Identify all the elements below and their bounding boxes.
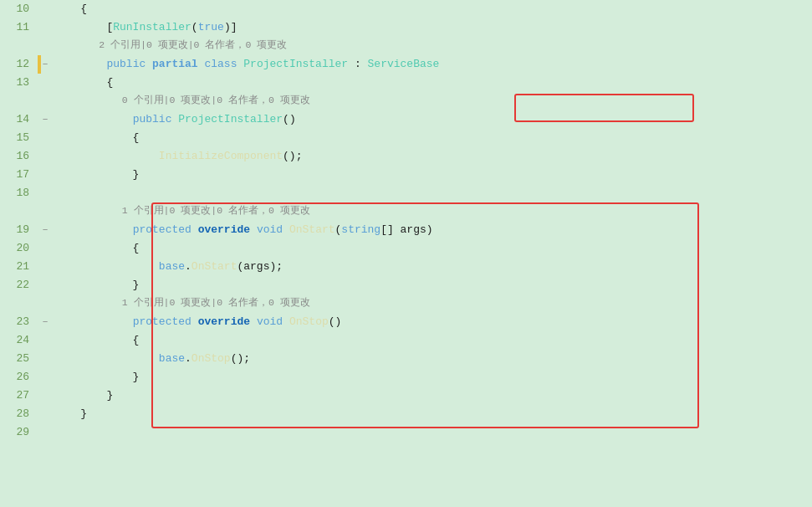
code-line-22: 22 } bbox=[0, 276, 812, 294]
code-line-11: 11 [RunInstaller(true)] bbox=[0, 18, 812, 37]
meta-text: 1 个引用|0 项更改|0 名作者，0 项更改 bbox=[53, 202, 812, 219]
line-number: 19 bbox=[0, 221, 38, 239]
line-number: 23 bbox=[0, 313, 38, 331]
line-number: 10 bbox=[0, 0, 38, 18]
meta-line-4: 1 个引用|0 项更改|0 名作者，0 项更改 bbox=[0, 294, 812, 313]
line-number: 12 bbox=[0, 55, 38, 74]
code-text: } bbox=[53, 166, 812, 184]
code-text: } bbox=[53, 368, 812, 387]
line-number: 24 bbox=[0, 331, 38, 350]
code-text bbox=[53, 423, 812, 442]
code-line-15: 15 { bbox=[0, 129, 812, 147]
code-text: public ProjectInstaller() bbox=[53, 110, 812, 129]
line-number: 26 bbox=[0, 368, 38, 387]
code-line-27: 27 } bbox=[0, 387, 812, 405]
code-editor: 10 { 11 [RunInstaller(true)] 2 个引用|0 项更改… bbox=[0, 0, 812, 507]
code-text: protected override void OnStart(string[]… bbox=[53, 221, 812, 239]
code-text: { bbox=[53, 331, 812, 350]
code-line-28: 28 } bbox=[0, 405, 812, 423]
line-number: 16 bbox=[0, 147, 38, 166]
code-line-14: 14 − public ProjectInstaller() bbox=[0, 110, 812, 129]
meta-line-2: 0 个引用|0 项更改|0 名作者，0 项更改 bbox=[0, 92, 812, 110]
code-line-23: 23 − protected override void OnStop() bbox=[0, 313, 812, 331]
code-text: base.OnStart(args); bbox=[53, 258, 812, 276]
code-line-16: 16 InitializeComponent(); bbox=[0, 147, 812, 166]
line-number: 28 bbox=[0, 405, 38, 423]
code-line-26: 26 } bbox=[0, 368, 812, 387]
line-number: 17 bbox=[0, 166, 38, 184]
line-number: 15 bbox=[0, 129, 38, 147]
line-number: 14 bbox=[0, 110, 38, 129]
code-line-13: 13 { bbox=[0, 74, 812, 92]
code-text: { bbox=[53, 0, 812, 18]
line-number: 13 bbox=[0, 74, 38, 92]
meta-text: 1 个引用|0 项更改|0 名作者，0 项更改 bbox=[53, 294, 812, 311]
meta-line-1: 2 个引用|0 项更改|0 名作者，0 项更改 bbox=[0, 37, 812, 55]
code-line-12: 12 − public partial class ProjectInstall… bbox=[0, 55, 812, 74]
code-line-29: 29 bbox=[0, 423, 812, 442]
code-text: { bbox=[53, 129, 812, 147]
code-text: protected override void OnStop() bbox=[53, 313, 812, 331]
line-number: 11 bbox=[0, 18, 38, 37]
code-text bbox=[53, 184, 812, 202]
line-number: 27 bbox=[0, 387, 38, 405]
line-number: 29 bbox=[0, 423, 38, 442]
line-number: 22 bbox=[0, 276, 38, 294]
code-text: { bbox=[53, 239, 812, 258]
fold-button[interactable]: − bbox=[38, 110, 53, 129]
code-line-10: 10 { bbox=[0, 0, 812, 18]
code-text: [RunInstaller(true)] bbox=[53, 18, 812, 37]
code-line-18: 18 bbox=[0, 184, 812, 202]
meta-line-3: 1 个引用|0 项更改|0 名作者，0 项更改 bbox=[0, 202, 812, 221]
code-line-20: 20 { bbox=[0, 239, 812, 258]
code-text: } bbox=[53, 387, 812, 405]
fold-button[interactable]: − bbox=[38, 221, 53, 239]
code-text: { bbox=[53, 74, 812, 92]
code-text: InitializeComponent(); bbox=[53, 147, 812, 166]
meta-text: 2 个引用|0 项更改|0 名作者，0 项更改 bbox=[53, 37, 812, 54]
meta-text: 0 个引用|0 项更改|0 名作者，0 项更改 bbox=[53, 92, 812, 109]
fold-button[interactable]: − bbox=[38, 313, 53, 331]
code-text: public partial class ProjectInstaller : … bbox=[53, 55, 812, 74]
line-number: 20 bbox=[0, 239, 38, 258]
code-text: base.OnStop(); bbox=[53, 350, 812, 368]
code-line-19: 19 − protected override void OnStart(str… bbox=[0, 221, 812, 239]
code-text: } bbox=[53, 276, 812, 294]
code-line-25: 25 base.OnStop(); bbox=[0, 350, 812, 368]
code-text: } bbox=[53, 405, 812, 423]
code-line-24: 24 { bbox=[0, 331, 812, 350]
line-number: 25 bbox=[0, 350, 38, 368]
code-line-21: 21 base.OnStart(args); bbox=[0, 258, 812, 276]
line-number: 21 bbox=[0, 258, 38, 276]
line-number: 18 bbox=[0, 184, 38, 202]
code-line-17: 17 } bbox=[0, 166, 812, 184]
